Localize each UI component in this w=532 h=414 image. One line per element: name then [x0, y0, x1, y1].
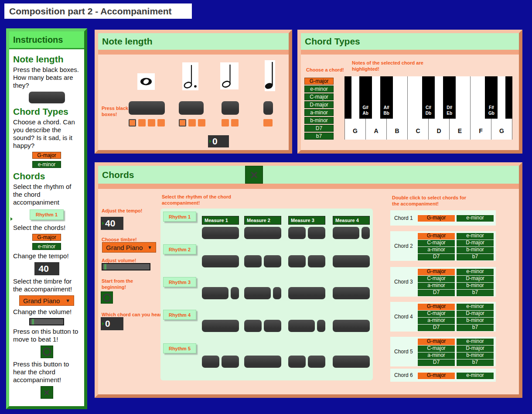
black-key-csharp[interactable]: C#Db — [422, 76, 435, 119]
slot-6-chord-g-major[interactable]: G-major — [417, 372, 455, 380]
slot-2-chord-b7[interactable]: b7 — [456, 253, 494, 261]
instructions-volume-text: Change the volume! — [13, 308, 80, 316]
black-key-label: D# — [447, 105, 452, 110]
play-accompaniment-button[interactable]: × — [41, 386, 53, 399]
eminor-button[interactable]: e-minor — [32, 243, 61, 250]
chord-slot-4: Chord 4G-majore-minorC-majorD-majora-min… — [390, 302, 496, 332]
slot-2-chord-b-minor[interactable]: b-minor — [456, 246, 494, 254]
slot-3-chord-c-major[interactable]: C-major — [417, 275, 455, 283]
black-key-fsharp[interactable]: F#Gb — [485, 76, 498, 119]
gmajor-button[interactable]: G-major — [32, 234, 61, 241]
rhythm1-button[interactable]: Rhythm 1 — [30, 209, 64, 220]
black-key-partial[interactable] — [344, 76, 351, 119]
slot-4-chord-b-minor[interactable]: b-minor — [456, 317, 494, 325]
slot-3-chord-g-major[interactable]: G-major — [417, 268, 455, 276]
rhythm-button-3[interactable]: Rhythm 3 — [163, 277, 196, 287]
slot-4-chord-e-minor[interactable]: e-minor — [456, 303, 494, 311]
slot-2-chord-d7[interactable]: D7 — [417, 253, 455, 261]
chord-type-a-minor[interactable]: a-minor — [304, 109, 334, 116]
rhythm-button-4[interactable]: Rhythm 4 — [163, 310, 196, 320]
white-key-label: E — [450, 127, 470, 134]
note-beat-box-sample[interactable] — [29, 92, 65, 103]
slot-3-chord-d-major[interactable]: D-major — [456, 275, 494, 283]
note-beat-box-2[interactable] — [222, 101, 239, 115]
slot-4-chord-d7[interactable]: D7 — [417, 324, 455, 332]
chord-type-g-major[interactable]: G-major — [304, 78, 334, 85]
slot-2-chord-a-minor[interactable]: a-minor — [417, 246, 455, 254]
slot-5-chord-a-minor[interactable]: a-minor — [417, 352, 455, 359]
dotted-half-note-image — [182, 62, 198, 90]
variable-arrow-icon — [102, 322, 104, 325]
chord-types-header: Chord Types — [301, 33, 519, 50]
half-note-image — [220, 62, 239, 89]
slot-1-chord-g-major[interactable]: G-major — [417, 215, 455, 222]
slot-5-chord-c-major[interactable]: C-major — [417, 345, 455, 352]
tempo-display[interactable]: 40 — [34, 262, 59, 275]
timbre-dropdown[interactable]: Grand Piano ▼ — [102, 242, 156, 253]
slot-5-chord-b-minor[interactable]: b-minor — [456, 352, 494, 359]
chord-type-e-minor[interactable]: e-minor — [304, 86, 334, 92]
slot-4-chord-a-minor[interactable]: a-minor — [417, 317, 455, 325]
black-key-gsharp[interactable]: G#Ab — [359, 76, 372, 119]
slot-3-chord-d7[interactable]: D7 — [417, 289, 455, 297]
instructions-beat-text: Press on this button to move to beat 1! — [13, 328, 80, 343]
slot-1-chord-e-minor[interactable]: e-minor — [456, 215, 494, 222]
note-beat-box-1[interactable] — [263, 101, 273, 115]
slot-4-chord-c-major[interactable]: C-major — [417, 310, 455, 318]
slot-2-chord-c-major[interactable]: C-major — [417, 240, 455, 247]
slot-4-chord-b7[interactable]: b7 — [456, 324, 494, 332]
slot-2-chord-e-minor[interactable]: e-minor — [456, 233, 494, 240]
rhythm-button-1[interactable]: Rhythm 1 — [163, 212, 196, 222]
chord-type-d-major[interactable]: D-major — [304, 101, 334, 108]
chord-slot-label: Chord 4 — [394, 314, 413, 320]
black-key-asharp[interactable]: A#Bb — [380, 76, 393, 119]
go-to-beat1-button[interactable] — [101, 291, 113, 304]
volume-slider-handle[interactable] — [104, 264, 106, 270]
black-key-partial[interactable] — [505, 76, 512, 119]
slot-3-chord-b7[interactable]: b7 — [456, 289, 494, 297]
volume-slider[interactable] — [102, 263, 150, 270]
chord-type-d7[interactable]: D7 — [304, 125, 334, 132]
variable-arrow-icon — [102, 222, 104, 225]
close-chords-button[interactable]: × — [245, 166, 263, 184]
timbre-dropdown[interactable]: Grand Piano▼ — [19, 295, 74, 306]
slot-2-chord-g-major[interactable]: G-major — [417, 233, 455, 240]
tempo-display[interactable]: 40 — [101, 217, 123, 230]
highlight-hint: Notes of the selected chord are highligh… — [352, 60, 424, 72]
slot-2-chord-d-major[interactable]: D-major — [456, 240, 494, 247]
beats-counter: 0 — [208, 135, 229, 147]
rhythm-button-5[interactable]: Rhythm 5 — [163, 343, 196, 353]
chords-title: Chords — [102, 170, 134, 180]
note-beat-box-4[interactable] — [129, 101, 165, 115]
note-beat-box-3[interactable] — [179, 101, 204, 115]
volume-slider-handle[interactable] — [32, 319, 34, 325]
gmajor-button[interactable]: G-major — [32, 152, 61, 159]
slot-5-chord-b7[interactable]: b7 — [456, 359, 494, 366]
slot-3-chord-e-minor[interactable]: e-minor — [456, 268, 494, 276]
slot-3-chord-b-minor[interactable]: b-minor — [456, 282, 494, 290]
chord-type-b7[interactable]: b7 — [304, 133, 334, 140]
instructions-panel: Instructions Note length Press the black… — [6, 28, 87, 409]
rhythm-button-2[interactable]: Rhythm 2 — [163, 244, 196, 254]
instructions-chord-types-heading: Chord Types — [13, 106, 80, 117]
volume-slider[interactable] — [29, 318, 64, 325]
choose-chord-hint: Choose a chord! — [306, 67, 354, 73]
rhythm-5-measure-1-note-2beat — [222, 356, 239, 368]
slot-6-chord-e-minor[interactable]: e-minor — [456, 372, 494, 380]
slot-5-chord-g-major[interactable]: G-major — [417, 338, 455, 346]
slot-4-chord-g-major[interactable]: G-major — [417, 303, 455, 311]
go-to-beat1-button[interactable] — [41, 346, 53, 358]
slot-5-chord-d7[interactable]: D7 — [417, 359, 455, 366]
black-key-dsharp[interactable]: D#Eb — [443, 76, 456, 119]
eminor-button[interactable]: e-minor — [32, 161, 61, 168]
chord-slot-6: Chord 6G-majore-minor — [390, 369, 496, 382]
slot-3-chord-a-minor[interactable]: a-minor — [417, 282, 455, 290]
slot-5-chord-d-major[interactable]: D-major — [456, 345, 494, 352]
chord-type-c-major[interactable]: C-major — [304, 93, 334, 100]
chord-type-b-minor[interactable]: b-minor — [304, 117, 334, 124]
rhythm-2-measure-4-note-4beat — [333, 255, 370, 267]
slot-4-chord-d-major[interactable]: D-major — [456, 310, 494, 318]
rhythm-1-measure-3-note-2beat — [288, 227, 306, 239]
x-icon: × — [44, 387, 50, 398]
slot-5-chord-e-minor[interactable]: e-minor — [456, 338, 494, 346]
